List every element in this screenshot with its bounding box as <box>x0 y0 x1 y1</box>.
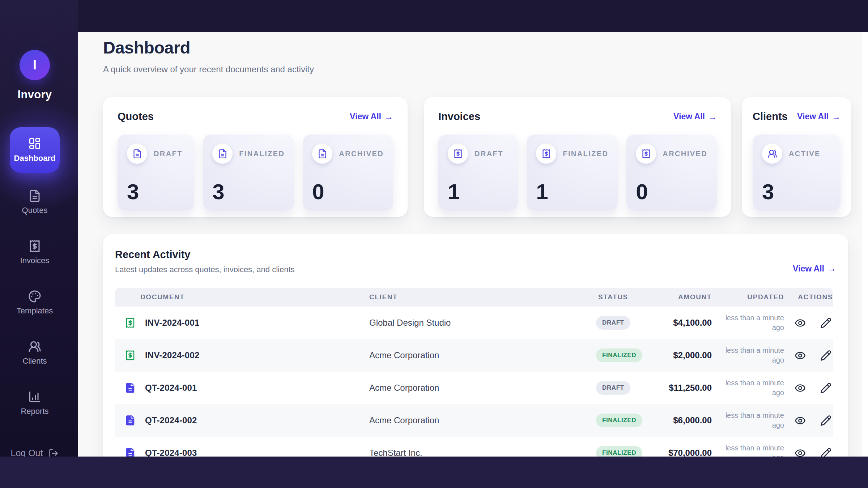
receipt-icon <box>453 149 463 159</box>
arrow-right-icon: → <box>708 112 717 122</box>
status-badge: FINALIZED <box>596 414 642 427</box>
sidebar-item-label: Dashboard <box>14 154 56 163</box>
stat-label: ARCHIVED <box>339 150 384 158</box>
amount: $2,000.00 <box>661 350 712 360</box>
invoice-receipt-icon <box>125 350 136 361</box>
eye-icon <box>795 448 806 457</box>
sidebar-item-label: Invoices <box>20 256 50 265</box>
view-button[interactable] <box>795 448 806 457</box>
stat-tile-quotes-archived: ARCHIVED 0 <box>303 134 393 211</box>
updated-time: less than a minute ago <box>712 346 784 365</box>
page-title: Dashboard <box>103 38 190 57</box>
stat-tile-quotes-finalized: FINALIZED 3 <box>203 134 294 211</box>
updated-time: less than a minute ago <box>712 378 784 398</box>
app-root: I Invory Dashboard Quotes Invoices <box>0 0 868 488</box>
stat-label: ARCHIVED <box>663 150 707 158</box>
file-text-icon <box>218 149 227 159</box>
edit-button[interactable] <box>820 317 831 329</box>
arrow-right-icon: → <box>384 112 393 122</box>
quote-file-icon <box>125 382 136 393</box>
sidebar-item-dashboard[interactable]: Dashboard <box>10 127 60 173</box>
card-title: Quotes <box>118 111 154 123</box>
column-header-updated: UPDATED <box>712 293 784 301</box>
file-text-icon <box>28 189 41 202</box>
recent-activity-subtitle: Latest updates across quotes, invoices, … <box>115 265 295 274</box>
edit-button[interactable] <box>820 382 831 394</box>
clients-summary-card: Clients View All → ACTIVE 3 <box>742 97 851 217</box>
stat-label: DRAFT <box>475 150 503 158</box>
eye-icon <box>795 317 806 329</box>
updated-time: less than a minute ago <box>712 411 784 430</box>
sidebar-item-invoices[interactable]: Invoices <box>20 240 50 265</box>
clients-view-all-link[interactable]: View All → <box>797 112 841 122</box>
status-badge: FINALIZED <box>596 446 642 457</box>
palette-icon <box>28 290 41 303</box>
sidebar-item-label: Clients <box>22 356 47 366</box>
invoices-view-all-link[interactable]: View All → <box>673 112 717 122</box>
client-name: TechStart Inc. <box>346 448 596 457</box>
column-header-document: DOCUMENT <box>115 293 346 301</box>
table-row: INV-2024-002 Acme Corporation FINALIZED … <box>115 339 833 372</box>
receipt-icon <box>28 240 41 253</box>
stat-tile-invoices-finalized: FINALIZED 1 <box>527 134 618 211</box>
bar-chart-icon <box>28 390 41 403</box>
view-all-label: View All <box>797 112 829 121</box>
stat-value: 1 <box>448 181 509 203</box>
view-button[interactable] <box>795 350 806 361</box>
arrow-right-icon: → <box>827 264 836 274</box>
client-name: Global Design Studio <box>346 318 596 328</box>
users-icon <box>767 149 777 159</box>
table-row: QT-2024-001 Acme Corporation DRAFT $11,2… <box>115 372 833 404</box>
pencil-icon <box>820 317 831 329</box>
sidebar-item-clients[interactable]: Clients <box>22 340 47 366</box>
client-name: Acme Corporation <box>346 415 596 425</box>
pencil-icon <box>820 415 831 426</box>
receipt-icon <box>541 149 551 159</box>
quotes-summary-card: Quotes View All → DRAFT 3 FI <box>103 97 408 217</box>
column-header-actions: ACTIONS <box>784 293 833 301</box>
view-all-label: View All <box>793 264 824 274</box>
view-all-label: View All <box>673 112 705 121</box>
status-badge: FINALIZED <box>596 348 642 362</box>
brand-logo[interactable]: I <box>20 50 50 80</box>
edit-button[interactable] <box>820 415 831 426</box>
view-button[interactable] <box>795 415 806 426</box>
file-text-icon <box>318 149 327 159</box>
card-title: Clients <box>753 111 788 123</box>
quotes-view-all-link[interactable]: View All → <box>350 112 393 122</box>
sidebar-nav: Dashboard Quotes Invoices Templates Clie… <box>0 127 69 458</box>
amount: $11,250.00 <box>661 383 712 393</box>
sidebar-item-label: Quotes <box>22 206 48 215</box>
client-name: Acme Corporation <box>346 383 596 393</box>
eye-icon <box>795 350 806 361</box>
edit-button[interactable] <box>820 448 831 457</box>
amount: $4,100.00 <box>661 318 712 328</box>
recent-activity-title: Recent Activity <box>115 249 295 261</box>
scrollbar-track[interactable] <box>862 32 868 457</box>
sidebar-item-quotes[interactable]: Quotes <box>22 189 48 215</box>
sidebar: I Invory Dashboard Quotes Invoices <box>0 0 78 488</box>
sidebar-item-label: Templates <box>17 306 53 316</box>
recent-activity-table: DOCUMENT CLIENT STATUS AMOUNT UPDATED AC… <box>115 288 833 457</box>
table-row: QT-2024-002 Acme Corporation FINALIZED $… <box>115 404 833 437</box>
stat-tile-quotes-draft: DRAFT 3 <box>118 134 194 211</box>
sidebar-item-reports[interactable]: Reports <box>21 390 48 416</box>
edit-button[interactable] <box>820 350 831 361</box>
bottom-band <box>0 457 868 488</box>
recent-view-all-link[interactable]: View All → <box>793 264 836 274</box>
stat-value: 3 <box>212 181 285 203</box>
pencil-icon <box>820 350 831 361</box>
updated-time: less than a minute ago <box>712 443 784 457</box>
table-row: INV-2024-001 Global Design Studio DRAFT … <box>115 307 833 339</box>
sidebar-item-templates[interactable]: Templates <box>17 290 53 316</box>
stat-value: 1 <box>536 181 608 203</box>
table-row: QT-2024-003 TechStart Inc. FINALIZED $70… <box>115 437 833 457</box>
view-button[interactable] <box>795 382 806 394</box>
view-button[interactable] <box>795 317 806 329</box>
brand-initial: I <box>33 57 37 73</box>
pencil-icon <box>820 382 831 394</box>
dashboard-icon <box>28 137 41 150</box>
sidebar-item-label: Reports <box>21 407 48 416</box>
stat-tile-invoices-archived: ARCHIVED 0 <box>626 134 717 211</box>
client-name: Acme Corporation <box>346 350 596 360</box>
